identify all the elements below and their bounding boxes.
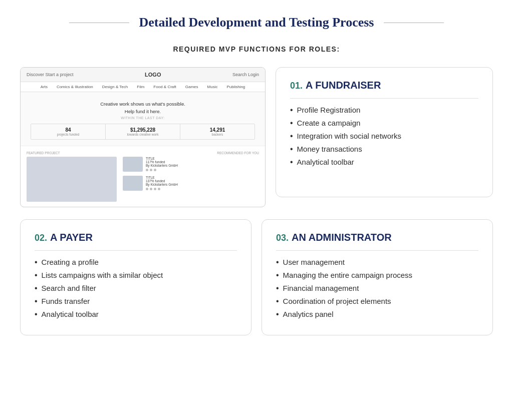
rec-image-2 [123, 176, 143, 191]
list-item: Funds transfer [35, 297, 237, 306]
stat1-num: 84 [33, 127, 103, 133]
nav-games: Games [185, 85, 198, 89]
featured-image [27, 157, 117, 202]
nav-food: Food & Craft [153, 85, 176, 89]
rec2-funded: 137% funded [146, 179, 178, 183]
rec-item-2: TITLE 137% funded By Kickstarters GmbH [123, 176, 259, 191]
hero-line1: Creative work shows us what's possible. [27, 101, 259, 107]
mockup-body: FEATURED PROJECT RECOMMENDED FOR YOU TIT… [21, 146, 265, 207]
fundraiser-title: A FUNDRAISER [306, 80, 381, 91]
page-header: Detailed Development and Testing Process [20, 15, 493, 30]
nav-comics: Comics & Illustration [57, 85, 93, 89]
list-item: Search and filter [35, 284, 237, 293]
fundraiser-heading: 01. A FUNDRAISER [290, 80, 478, 91]
rec2-title: TITLE [146, 176, 178, 179]
mockup-nav-right: Search Login [232, 72, 259, 77]
rec2-dots [146, 188, 178, 190]
admin-heading: 03. AN ADMINISTRATOR [276, 232, 478, 243]
stat-backers: 14,291 backers [180, 124, 254, 139]
featured-project: FEATURED PROJECT [27, 151, 117, 202]
featured-label: FEATURED PROJECT [27, 151, 117, 155]
rec1-by: By Kickstarters GmbH [146, 164, 178, 167]
payer-divider [35, 250, 237, 251]
nav-music: Music [207, 85, 218, 89]
list-item: Analytical toolbar [290, 158, 478, 167]
list-item: Money transactions [290, 145, 478, 154]
list-item: Lists campaigns with a similar object [35, 271, 237, 280]
mockup-logo: LOGO [145, 72, 161, 78]
list-item: Financial management [276, 284, 478, 293]
browser-mockup: Discover Start a project LOGO Search Log… [20, 67, 266, 207]
list-item: Profile Registration [290, 106, 478, 115]
payer-heading: 02. A PAYER [35, 232, 237, 243]
rec-image-1 [123, 157, 143, 172]
list-item: Analytical toolbar [35, 310, 237, 319]
list-item: Integration with social networks [290, 132, 478, 141]
stat3-num: 14,291 [182, 127, 252, 133]
fundraiser-card: 01. A FUNDRAISER Profile Registration Cr… [276, 67, 493, 197]
payer-number: 02. [35, 233, 47, 243]
list-item: Managing the entire campaign process [276, 271, 478, 280]
payer-card: 02. A PAYER Creating a profile Lists cam… [20, 219, 251, 335]
fundraiser-number: 01. [290, 81, 303, 91]
fundraiser-divider [290, 98, 478, 99]
rec-item-1: TITLE 117% funded By Kickstarters GmbH [123, 157, 259, 172]
nav-arts: Arts [41, 85, 48, 89]
list-item: Analytics panel [276, 310, 478, 319]
subtitle: REQUIRED MVP FUNCTIONS FOR ROLES: [20, 45, 493, 53]
mockup-nav: Arts Comics & Illustration Design & Tech… [21, 82, 265, 92]
stat2-num: $1,295,228 [108, 127, 178, 133]
list-item: Coordination of project elements [276, 297, 478, 306]
admin-card: 03. AN ADMINISTRATOR User management Man… [262, 219, 493, 335]
stat-money: $1,295,228 towards creative work [106, 124, 180, 139]
rec1-dots [146, 169, 178, 171]
nav-film: Film [137, 85, 144, 89]
rec1-title: TITLE [146, 157, 178, 160]
stat2-label: towards creative work [108, 133, 178, 136]
stat1-label: projects funded [33, 133, 103, 136]
stat3-label: backers [182, 133, 252, 136]
payer-list: Creating a profile Lists campaigns with … [35, 258, 237, 319]
within-label: WITHIN THE LAST DAY: [27, 116, 259, 120]
bottom-section: 02. A PAYER Creating a profile Lists cam… [20, 219, 493, 335]
list-item: Create a campaign [290, 119, 478, 128]
recommended-section: RECOMMENDED FOR YOU TITLE 117% funded By… [123, 151, 259, 202]
mockup-nav-left: Discover Start a project [27, 72, 74, 77]
top-section: Discover Start a project LOGO Search Log… [20, 67, 493, 207]
mockup-header: Discover Start a project LOGO Search Log… [21, 68, 265, 82]
admin-divider [276, 250, 478, 251]
rec1-funded: 117% funded [146, 160, 178, 164]
hero-line2: Help fund it here. [27, 109, 259, 114]
nav-publishing: Publishing [226, 85, 245, 89]
stat-projects: 84 projects funded [31, 124, 106, 139]
page-title: Detailed Development and Testing Process [139, 15, 374, 30]
admin-list: User management Managing the entire camp… [276, 258, 478, 319]
payer-title: A PAYER [50, 232, 93, 243]
nav-design: Design & Tech [102, 85, 128, 89]
list-item: Creating a profile [35, 258, 237, 267]
list-item: User management [276, 258, 478, 267]
mockup-stats: 84 projects funded $1,295,228 towards cr… [31, 124, 255, 140]
admin-number: 03. [276, 233, 289, 243]
fundraiser-list: Profile Registration Create a campaign I… [290, 106, 478, 167]
rec2-by: By Kickstarters GmbH [146, 183, 178, 186]
recommended-label: RECOMMENDED FOR YOU [123, 151, 259, 155]
admin-title: AN ADMINISTRATOR [292, 232, 392, 243]
mockup-hero: Creative work shows us what's possible. … [21, 92, 265, 146]
